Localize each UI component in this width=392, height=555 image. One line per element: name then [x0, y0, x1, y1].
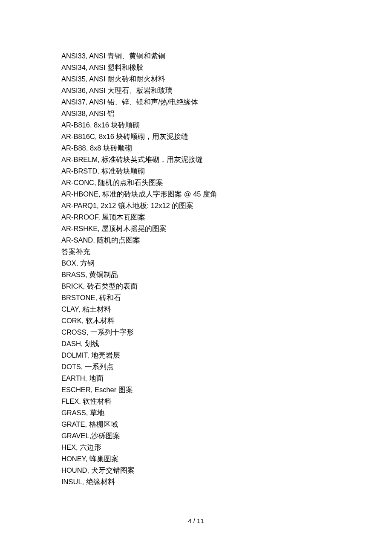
text-line: BRSTONE, 砖和石 — [61, 292, 392, 304]
text-lines: ANSI33, ANSI 青铜、黄铜和紫铜ANSI34, ANSI 塑料和橡胶A… — [61, 50, 392, 488]
text-line: CLAY, 粘土材料 — [61, 304, 392, 315]
text-line: AR-RSHKE, 屋顶树木摇晃的图案 — [61, 223, 392, 234]
text-line: DOLMIT, 地壳岩层 — [61, 350, 392, 361]
page-content: ANSI33, ANSI 青铜、黄铜和紫铜ANSI34, ANSI 塑料和橡胶A… — [0, 0, 392, 488]
text-line: AR-BRELM, 标准砖块英式堆砌，用灰泥接缝 — [61, 154, 392, 165]
text-line: ANSI33, ANSI 青铜、黄铜和紫铜 — [61, 50, 392, 62]
text-line: AR-BRSTD, 标准砖块顺砌 — [61, 165, 392, 177]
text-line: 答案补充 — [61, 246, 392, 257]
page-number: 4 / 11 — [188, 517, 204, 524]
text-line: HONEY, 蜂巢图案 — [61, 453, 392, 465]
text-line: AR-RROOF, 屋顶木瓦图案 — [61, 211, 392, 223]
text-line: ANSI34, ANSI 塑料和橡胶 — [61, 62, 392, 73]
text-line: GRATE, 格栅区域 — [61, 419, 392, 430]
text-line: FLEX, 软性材料 — [61, 396, 392, 407]
text-line: ANSI36, ANSI 大理石、板岩和玻璃 — [61, 85, 392, 96]
text-line: BRASS, 黄铜制品 — [61, 269, 392, 280]
text-line: AR-CONC, 随机的点和石头图案 — [61, 177, 392, 188]
text-line: BOX, 方钢 — [61, 257, 392, 269]
text-line: CROSS, 一系列十字形 — [61, 327, 392, 338]
text-line: AR-SAND, 随机的点图案 — [61, 234, 392, 246]
text-line: HOUND, 犬牙交错图案 — [61, 465, 392, 476]
text-line: CORK, 软木材料 — [61, 315, 392, 327]
text-line: ANSI38, ANSI 铝 — [61, 108, 392, 119]
text-line: BRICK, 砖石类型的表面 — [61, 280, 392, 292]
page-footer: 4 / 11 — [0, 517, 392, 524]
text-line: ESCHER, Escher 图案 — [61, 384, 392, 396]
text-line: AR-B816C, 8x16 块砖顺砌，用灰泥接缝 — [61, 131, 392, 142]
text-line: AR-PARQ1, 2x12 镶木地板: 12x12 的图案 — [61, 200, 392, 211]
text-line: AR-B88, 8x8 块砖顺砌 — [61, 142, 392, 154]
text-line: DASH, 划线 — [61, 338, 392, 350]
text-line: HEX, 六边形 — [61, 442, 392, 453]
text-line: ANSI37, ANSI 铅、锌、镁和声/热/电绝缘体 — [61, 96, 392, 108]
text-line: GRASS, 草地 — [61, 407, 392, 419]
text-line: ANSI35, ANSI 耐火砖和耐火材料 — [61, 73, 392, 85]
text-line: AR-B816, 8x16 块砖顺砌 — [61, 119, 392, 131]
text-line: AR-HBONE, 标准的砖块成人字形图案 @ 45 度角 — [61, 188, 392, 200]
text-line: DOTS, 一系列点 — [61, 361, 392, 373]
text-line: INSUL, 绝缘材料 — [61, 476, 392, 488]
text-line: GRAVEL,沙砾图案 — [61, 430, 392, 442]
text-line: EARTH, 地面 — [61, 373, 392, 384]
